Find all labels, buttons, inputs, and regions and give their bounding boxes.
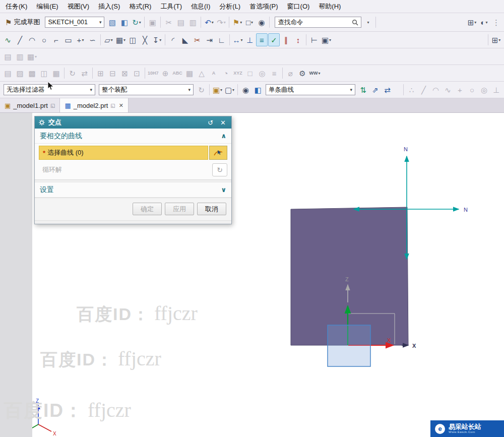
menu-item-2[interactable]: 视图(V) — [63, 1, 94, 13]
circle-icon[interactable]: ○ — [38, 33, 50, 46]
menu-item-3[interactable]: 插入(S) — [94, 1, 124, 13]
close-icon[interactable]: ✕ — [119, 102, 123, 109]
arc-icon[interactable]: ◠ — [26, 33, 38, 46]
line-icon[interactable]: ╱ — [14, 33, 26, 46]
search-icon — [352, 19, 358, 26]
section-curves-header[interactable]: 要相交的曲线 ∧ — [35, 129, 231, 144]
section-curves-label: 要相交的曲线 — [40, 132, 82, 141]
quick-trim-icon[interactable]: ✂ — [192, 33, 203, 46]
geometric-constraints-icon[interactable]: ⊥ — [244, 33, 256, 46]
filter-refresh-icon: ↻ — [196, 83, 207, 96]
dialog-options-gear-icon[interactable] — [38, 119, 45, 126]
marquee-select-icon[interactable]: ▢▾ — [224, 83, 235, 96]
fillet-icon[interactable]: ◜ — [167, 33, 179, 46]
wave-geometry-icon[interactable]: WW▾ — [309, 67, 321, 80]
stop-at-intersection-icon[interactable]: ⇅ — [357, 83, 369, 96]
rectangle-icon[interactable]: ▭ — [62, 33, 74, 46]
undock-icon[interactable]: ◱ — [50, 103, 55, 108]
general-selection-icon[interactable]: ▣▾ — [212, 83, 223, 96]
pattern-curve-icon[interactable]: ▦▾ — [115, 33, 127, 46]
spline-icon[interactable]: ∽ — [87, 33, 98, 46]
chamfer-icon[interactable]: ◣ — [179, 33, 191, 46]
cancel-button[interactable]: 取消 — [197, 203, 226, 215]
new-window-icon[interactable]: □▾ — [243, 16, 255, 29]
datum-plane-icon: ⊞ — [95, 67, 106, 80]
highlight-toggle-icon[interactable]: ◉ — [240, 83, 251, 96]
make-corner-icon[interactable]: ∟ — [216, 33, 227, 46]
follow-fillet-icon[interactable]: ⇗ — [369, 83, 381, 96]
menu-item-10[interactable]: 帮助(H) — [314, 1, 345, 13]
select-curve-field[interactable]: * 选择曲线 (0) — [39, 146, 208, 160]
window-layout-icon[interactable]: ⊞▾ — [466, 16, 478, 29]
reset-icon[interactable]: ↺ — [206, 119, 215, 127]
search-options-icon[interactable]: ▾ — [362, 16, 373, 29]
site-watermark-badge: e 易采站长站 Www.Easck.Com — [430, 420, 504, 437]
command-flag-icon[interactable]: ⚑▾ — [231, 16, 243, 29]
axis-label-x-neg: X — [412, 343, 416, 349]
command-finder-input[interactable]: 查找命令 — [275, 17, 361, 28]
menu-item-1[interactable]: 编辑(E) — [32, 1, 62, 13]
offset-curve-icon[interactable]: ▱▾ — [103, 33, 114, 46]
collapse-icon[interactable]: ∧ — [221, 132, 226, 140]
profile-icon[interactable]: ∿ — [2, 33, 14, 46]
menu-item-8[interactable]: 首选项(P) — [245, 1, 282, 13]
create-inferred-constraints-icon[interactable]: ✓ — [268, 33, 280, 46]
project-curve-icon[interactable]: ↧▾ — [151, 33, 163, 46]
visualization-icon[interactable]: ◐▾ — [478, 16, 490, 29]
selection-rectangle — [328, 325, 370, 366]
show-all-constraints-icon[interactable]: ⊢ — [308, 33, 320, 46]
section-settings-header[interactable]: 设置 ∨ — [35, 182, 231, 198]
wcs-toggle-icon[interactable]: ◧ — [252, 83, 264, 96]
display-constraints-icon[interactable]: ∥ — [280, 33, 292, 46]
menu-item-6[interactable]: 信息(I) — [186, 1, 215, 13]
toolbar-separator — [209, 84, 210, 95]
selection-scope-combo[interactable]: 整个装配 ▾ — [99, 84, 194, 95]
dialog-titlebar[interactable]: 交点 ↺ ✕ — [35, 116, 231, 129]
dropdown-arrow-icon: ▾ — [329, 38, 331, 42]
site-badge-title: 易采站长站 — [449, 423, 481, 430]
triad-label-x: X — [53, 431, 56, 436]
rect-corner-icon[interactable]: ⌐ — [50, 33, 62, 46]
toolbar-overflow-icon[interactable]: ⋮ — [490, 16, 502, 29]
preferences-gear-icon[interactable]: ⚙ — [297, 67, 308, 80]
curve-rule-combo[interactable]: 单条曲线 ▾ — [266, 84, 355, 95]
rapid-dimension-icon[interactable]: ↔▾ — [232, 33, 243, 46]
dialog-resize-grip[interactable] — [35, 220, 231, 224]
menu-item-4[interactable]: 格式(R) — [124, 1, 156, 13]
menu-item-9[interactable]: 窗口(O) — [283, 1, 314, 13]
select-curve-row: * 选择曲线 (0) — [35, 144, 231, 162]
menu-item-5[interactable]: 工具(T) — [156, 1, 186, 13]
toolbar-separator — [92, 68, 93, 79]
select-curve-icon[interactable] — [209, 146, 227, 160]
toolbar-separator — [269, 17, 270, 28]
menu-item-0[interactable]: 任务(K) — [1, 1, 32, 13]
snap-toggle-icon[interactable]: ⇄ — [382, 83, 393, 96]
undock-icon[interactable]: ◱ — [110, 103, 115, 108]
axis-label-z: Z — [345, 276, 349, 282]
touch-mode-icon[interactable]: ◉ — [256, 16, 267, 29]
sketch-style-icon[interactable]: ⊞▾ — [490, 33, 502, 46]
watermark: 百度ID：ffjczr — [40, 347, 161, 371]
command-finder-value: 查找命令 — [278, 18, 303, 27]
menu-item-7[interactable]: 分析(L) — [215, 1, 245, 13]
toolbar-separator — [165, 34, 165, 45]
tab-model1[interactable]: ▣ _model1.prt ◱ — [0, 98, 60, 112]
sketch-name-combo[interactable]: SKETCH_001 ▾ — [45, 17, 104, 28]
close-icon[interactable]: ✕ — [218, 119, 228, 127]
auto-dimension-disable-icon[interactable]: ↕ — [292, 33, 304, 46]
tab-model2[interactable]: ▦ _model2.prt ◱ ✕ — [60, 98, 129, 112]
reattach-sketch-icon[interactable]: ↻▾ — [131, 16, 142, 29]
sketch-orient-view-icon[interactable]: ◧ — [118, 16, 130, 29]
mirror-curve-icon[interactable]: ◫ — [127, 33, 139, 46]
point-icon[interactable]: +▾ — [75, 33, 86, 46]
model-face[interactable] — [291, 207, 408, 345]
intersection-point-icon[interactable]: ╳ — [139, 33, 151, 46]
constraint-settings-icon[interactable]: ▣▾ — [321, 33, 332, 46]
finish-sketch-button[interactable]: ⚑ 完成草图 — [2, 16, 43, 29]
undo-icon[interactable]: ↶▾ — [203, 16, 215, 29]
quick-extend-icon[interactable]: ⇥ — [204, 33, 215, 46]
notes-list-icon: ≡ — [269, 67, 280, 80]
continuous-auto-dimension-icon[interactable]: ≡ — [256, 33, 268, 46]
expand-icon[interactable]: ∨ — [221, 186, 226, 194]
sketch-intent-icon[interactable]: ▧ — [106, 16, 118, 29]
